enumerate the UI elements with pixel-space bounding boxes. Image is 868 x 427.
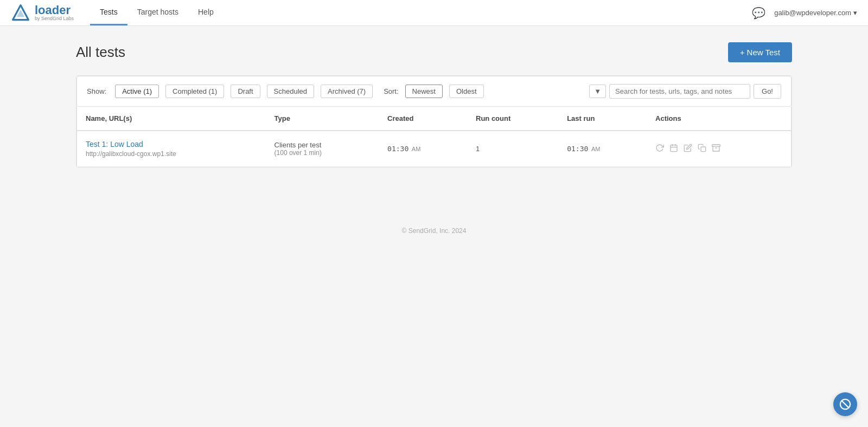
user-menu[interactable]: galib@wpdeveloper.com ▾ — [774, 9, 857, 17]
filter-scheduled[interactable]: Scheduled — [267, 85, 314, 98]
brand-icon — [11, 3, 30, 23]
search-area: ▼ Go! — [589, 84, 781, 99]
filter-archived[interactable]: Archived (7) — [321, 85, 373, 98]
page-header: All tests + New Test — [76, 42, 792, 62]
sort-newest[interactable]: Newest — [405, 85, 443, 98]
table-head: Name, URL(s) Type Created Run count Last… — [77, 107, 792, 131]
col-run-count: Run count — [467, 107, 558, 131]
svg-rect-6 — [701, 147, 706, 152]
cell-created: 01:30 AM — [379, 131, 467, 167]
col-actions: Actions — [647, 107, 791, 131]
cell-last-run: 01:30 AM — [558, 131, 647, 167]
go-button[interactable]: Go! — [754, 84, 781, 99]
cell-type: Clients per test (100 over 1 min) — [266, 131, 379, 167]
chat-icon[interactable]: 💬 — [752, 7, 765, 20]
created-ampm: AM — [412, 146, 421, 152]
cell-run-count: 1 — [467, 131, 558, 167]
nav-target-hosts[interactable]: Target hosts — [127, 0, 188, 25]
last-run-ampm: AM — [591, 146, 601, 152]
user-email: galib@wpdeveloper.com — [774, 9, 851, 17]
filter-bar: Show: Active (1) Completed (1) Draft Sch… — [76, 76, 792, 107]
archive-icon[interactable] — [712, 144, 720, 154]
nav-tests[interactable]: Tests — [90, 0, 127, 25]
main-content: All tests + New Test Show: Active (1) Co… — [54, 26, 814, 184]
new-test-button[interactable]: + New Test — [728, 42, 792, 62]
rerun-icon[interactable] — [655, 144, 664, 154]
test-url: http://galibxcloud-cgox.wp1.site — [86, 150, 257, 158]
last-run-time: 01:30 — [567, 145, 588, 153]
schedule-icon[interactable] — [669, 144, 678, 154]
brand-logo[interactable]: loader by SendGrid Labs — [11, 3, 74, 23]
search-input[interactable] — [609, 84, 750, 99]
created-time: 01:30 — [387, 145, 409, 153]
sort-label: Sort: — [384, 87, 398, 95]
brand-name: loader — [35, 4, 74, 16]
sort-oldest[interactable]: Oldest — [449, 85, 484, 98]
filter-funnel-button[interactable]: ▼ — [589, 85, 606, 98]
dropdown-icon: ▾ — [853, 9, 857, 17]
run-count-value: 1 — [476, 145, 480, 153]
col-created: Created — [379, 107, 467, 131]
col-last-run: Last run — [558, 107, 647, 131]
nav-help[interactable]: Help — [188, 0, 224, 25]
filter-draft[interactable]: Draft — [231, 85, 260, 98]
navbar: loader by SendGrid Labs Tests Target hos… — [0, 0, 868, 26]
table-row: Test 1: Low Load http://galibxcloud-cgox… — [77, 131, 792, 167]
test-name-link[interactable]: Test 1: Low Load — [86, 140, 143, 148]
action-icons — [655, 144, 782, 154]
nav-right: 💬 galib@wpdeveloper.com ▾ — [752, 7, 857, 20]
brand-text: loader by SendGrid Labs — [35, 4, 74, 21]
nav-links: Tests Target hosts Help — [90, 0, 224, 25]
type-line1: Clients per test — [275, 141, 371, 149]
filter-completed[interactable]: Completed (1) — [165, 85, 224, 98]
svg-rect-2 — [671, 145, 677, 151]
brand-sub: by SendGrid Labs — [35, 16, 74, 21]
page-title: All tests — [76, 44, 125, 61]
show-label: Show: — [87, 87, 106, 95]
table-body: Test 1: Low Load http://galibxcloud-cgox… — [77, 131, 792, 167]
filter-table-wrapper: Show: Active (1) Completed (1) Draft Sch… — [76, 75, 792, 167]
footer-text: © SendGrid, Inc. 2024 — [402, 227, 467, 235]
table-header-row: Name, URL(s) Type Created Run count Last… — [77, 107, 792, 131]
cell-actions — [647, 131, 791, 167]
cell-name-url: Test 1: Low Load http://galibxcloud-cgox… — [77, 131, 266, 167]
footer: © SendGrid, Inc. 2024 — [0, 216, 868, 245]
edit-icon[interactable] — [684, 144, 692, 154]
copy-icon[interactable] — [698, 144, 706, 154]
tests-table: Name, URL(s) Type Created Run count Last… — [76, 107, 792, 167]
filter-active[interactable]: Active (1) — [115, 85, 159, 98]
svg-rect-7 — [712, 145, 720, 146]
type-line2: (100 over 1 min) — [275, 149, 371, 157]
col-type: Type — [266, 107, 379, 131]
col-name-url: Name, URL(s) — [77, 107, 266, 131]
funnel-icon: ▼ — [594, 87, 601, 95]
